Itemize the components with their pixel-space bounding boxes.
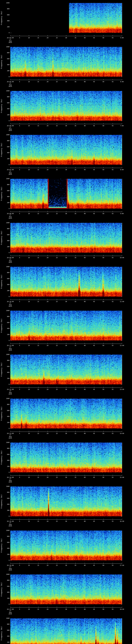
y-tick-label: 1000 bbox=[2, 90, 10, 92]
x-tick-label: 35 bbox=[72, 257, 78, 258]
x-tick-label: 30 bbox=[63, 125, 69, 126]
y-tick-label: 1000 bbox=[2, 398, 10, 400]
x-tick-label: 45 bbox=[91, 81, 97, 82]
y-tick-label: 600 bbox=[2, 586, 10, 587]
x-tick-label: 20 bbox=[45, 301, 50, 302]
x-tick-label: 45 bbox=[91, 125, 97, 126]
y-axis-label: Frequency (Hz) bbox=[0, 135, 3, 165]
y-tick-label: 600 bbox=[2, 58, 10, 60]
y-axis-label: Frequency (Hz) bbox=[0, 267, 3, 297]
y-tick-label: 0 bbox=[2, 340, 10, 341]
y-tick-label: 0 bbox=[2, 560, 10, 561]
x-tick-label: 40 bbox=[82, 520, 88, 522]
y-tick-label: 600 bbox=[2, 454, 10, 455]
x-tick-label: 35 bbox=[72, 389, 78, 390]
y-tick-label: 600 bbox=[2, 14, 10, 16]
x-tick-label: 15 bbox=[36, 565, 41, 566]
y-tick-label: 0 bbox=[2, 296, 10, 298]
y-tick-label: 200 bbox=[2, 334, 10, 336]
spectrogram-panel: Frequency (Hz)10008006004002000510152025… bbox=[0, 220, 132, 264]
x-tick-label: 20 bbox=[45, 213, 50, 214]
y-tick-label: 1000 bbox=[2, 486, 10, 487]
x-tick-label: 55 bbox=[110, 389, 116, 390]
y-axis-label: Frequency (Hz) bbox=[0, 179, 3, 209]
y-tick-label: 1000 bbox=[2, 46, 10, 48]
x-tick-label: 35 bbox=[72, 37, 78, 39]
y-tick-label: 0 bbox=[2, 76, 10, 78]
y-tick-label: 1000 bbox=[2, 530, 10, 531]
x-tick-label: 35 bbox=[72, 477, 78, 478]
y-tick-label: 400 bbox=[2, 240, 10, 242]
spectrogram-panel: Frequency (Hz)10008006004002000510152025… bbox=[0, 88, 132, 132]
y-tick-label: 800 bbox=[2, 360, 10, 361]
spectrogram-canvas bbox=[10, 91, 122, 121]
x-tick-label: 25 bbox=[54, 389, 60, 390]
y-tick-label: 200 bbox=[2, 246, 10, 248]
y-tick-label: 400 bbox=[2, 504, 10, 505]
y-tick-label: 200 bbox=[2, 202, 10, 204]
x-tick-label: 15 bbox=[36, 608, 41, 610]
y-tick-label: 800 bbox=[2, 404, 10, 405]
y-tick-label: 1000 bbox=[2, 2, 10, 4]
x-tick-label: 20 bbox=[45, 257, 50, 258]
x-tick-label: 20 bbox=[45, 565, 50, 566]
y-tick-label: 0 bbox=[2, 428, 10, 429]
y-tick-label: 600 bbox=[2, 102, 10, 104]
x-tick-label: 10 bbox=[26, 301, 32, 302]
y-tick-label: 800 bbox=[2, 52, 10, 54]
x-tick-label: 40 bbox=[82, 169, 88, 170]
y-tick-label: 800 bbox=[2, 492, 10, 493]
date-label: 2015 bbox=[2, 174, 19, 175]
end-time-label: 5:00 bbox=[117, 37, 127, 39]
x-tick-label: 25 bbox=[54, 477, 60, 478]
spectrogram-panel: Frequency (Hz)10008006004002000510152025… bbox=[0, 528, 132, 572]
x-tick-label: 45 bbox=[91, 169, 97, 170]
date-label: 2015 bbox=[2, 42, 19, 43]
x-tick-label: 20 bbox=[45, 125, 50, 126]
date-label: 2015 bbox=[2, 613, 19, 615]
x-tick-label: 50 bbox=[100, 37, 106, 39]
x-tick-label: 30 bbox=[63, 345, 69, 346]
x-tick-label: 45 bbox=[91, 301, 97, 302]
y-axis-label: Frequency (Hz) bbox=[0, 442, 3, 472]
x-tick-label: 25 bbox=[54, 608, 60, 610]
y-tick-label: 1000 bbox=[2, 222, 10, 224]
x-tick-label: 45 bbox=[91, 37, 97, 39]
x-tick-label: 45 bbox=[91, 257, 97, 258]
y-tick-label: 1000 bbox=[2, 574, 10, 575]
x-tick-label: 15 bbox=[36, 520, 41, 522]
x-tick-label: 20 bbox=[45, 477, 50, 478]
y-tick-label: 0 bbox=[2, 384, 10, 385]
y-axis-label: Frequency (Hz) bbox=[0, 486, 3, 516]
x-tick-label: 30 bbox=[63, 301, 69, 302]
x-tick-label: 40 bbox=[82, 345, 88, 346]
y-tick-label: 800 bbox=[2, 272, 10, 274]
y-tick-label: 600 bbox=[2, 630, 10, 631]
spectrogram-panel: Frequency (Hz)10008006004002000510152025… bbox=[0, 44, 132, 88]
date-label: 2015 bbox=[2, 218, 19, 219]
x-tick-label: 50 bbox=[100, 565, 106, 566]
y-tick-label: 1000 bbox=[2, 266, 10, 268]
x-tick-label: 15 bbox=[36, 389, 41, 390]
x-tick-label: 20 bbox=[45, 169, 50, 170]
y-tick-label: 1000 bbox=[2, 134, 10, 136]
date-label: 2015 bbox=[2, 350, 19, 351]
spectrogram-canvas bbox=[10, 399, 122, 428]
x-tick-label: 40 bbox=[82, 37, 88, 39]
y-tick-label: 0 bbox=[2, 604, 10, 605]
x-tick-label: 25 bbox=[54, 433, 60, 434]
y-tick-label: 200 bbox=[2, 642, 10, 643]
x-tick-label: 30 bbox=[63, 477, 69, 478]
x-tick-label: 55 bbox=[110, 565, 116, 566]
x-tick-label: 40 bbox=[82, 608, 88, 610]
spectrogram-canvas bbox=[10, 311, 122, 340]
x-tick-label: 50 bbox=[100, 81, 106, 82]
x-tick-label: 25 bbox=[54, 257, 60, 258]
y-tick-label: 600 bbox=[2, 234, 10, 236]
spectrogram-canvas bbox=[10, 3, 122, 33]
x-tick-label: 55 bbox=[110, 301, 116, 302]
y-tick-label: 800 bbox=[2, 316, 10, 317]
y-axis-label: Frequency (Hz) bbox=[0, 223, 3, 253]
x-tick-label: 10 bbox=[26, 125, 32, 126]
x-tick-label: 20 bbox=[45, 608, 50, 610]
